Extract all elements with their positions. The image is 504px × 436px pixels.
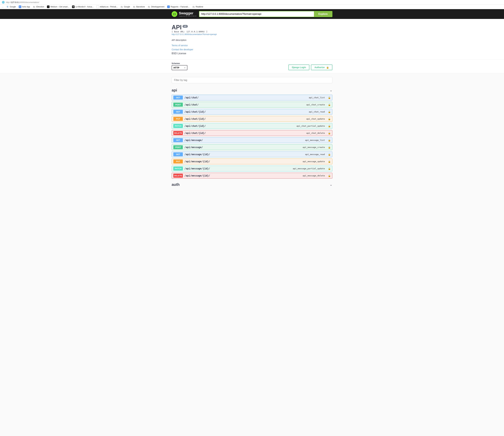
lock-icon: 🔓 xyxy=(328,175,331,177)
opblock-summary[interactable]: PUT/api/message/{id}/api_message_update🔓 xyxy=(172,159,332,164)
spec-link[interactable]: http://127.0.0.1:8000/documentation/?for… xyxy=(172,33,217,36)
opblock[interactable]: POST/api/message/api_message_create🔓 xyxy=(172,144,332,150)
filter-input[interactable] xyxy=(172,77,332,83)
opblock[interactable]: GET/api/chat/{id}/api_chat_read🔓 xyxy=(172,109,332,115)
opblock-summary[interactable]: PATCH/api/message/{id}/api_message_parti… xyxy=(172,166,332,171)
opblock[interactable]: PUT/api/chat/{id}/api_chat_update🔓 xyxy=(172,116,332,122)
opblock[interactable]: GET/api/message/{id}/api_message_read🔓 xyxy=(172,151,332,157)
op-description: api_message_read xyxy=(305,153,325,156)
opblock[interactable]: PATCH/api/chat/{id}/api_chat_partial_upd… xyxy=(172,123,332,129)
opblock[interactable]: DELETE/api/chat/{id}/api_chat_delete🔓 xyxy=(172,130,332,136)
opblock[interactable]: PATCH/api/message/{id}/api_message_parti… xyxy=(172,166,332,171)
opblock-summary[interactable]: PUT/api/chat/{id}/api_chat_update🔓 xyxy=(172,116,332,122)
lock-icon: 🔓 xyxy=(328,139,331,141)
bookmark-icon: 🗀 xyxy=(148,6,150,8)
bookmark-icon: ❖ xyxy=(19,6,21,8)
swagger-logo[interactable]: {·} Swagger Supported by SMARTBEAR xyxy=(172,11,197,17)
lock-icon: 🔓 xyxy=(328,103,331,106)
bookmark-label: Google xyxy=(10,6,16,8)
opblock-summary[interactable]: GET/api/chat/{id}/api_chat_read🔓 xyxy=(172,109,332,114)
bookmark-item[interactable]: 🗀iDevotion xyxy=(33,6,44,8)
bookmark-item[interactable]: ◔eldiario.es - Periodi... xyxy=(97,6,118,8)
authorize-button[interactable]: Authorize 🔒 xyxy=(311,65,332,70)
scheme-select[interactable]: HTTP xyxy=(172,65,187,70)
bookmarks-more[interactable]: ... xyxy=(2,6,3,8)
explore-button[interactable]: Explore xyxy=(314,11,332,17)
version-badge: v1 xyxy=(182,25,188,28)
op-path: /api/chat/{id}/ xyxy=(184,132,206,135)
opblock-summary[interactable]: DELETE/api/message/{id}/api_message_dele… xyxy=(172,173,332,178)
bookmark-label: Rapports – Facturati... xyxy=(171,6,189,8)
method-tag: POST xyxy=(173,103,183,107)
lock-icon: 🔓 xyxy=(328,111,331,113)
contact-link[interactable]: Contact the developer xyxy=(172,48,332,51)
bookmark-icon: ≡ xyxy=(167,6,170,8)
url-text[interactable]: http://127.0.0.1:8000/documentation/ xyxy=(6,1,39,3)
bookmark-label: Realtime xyxy=(196,6,203,8)
bookmark-item[interactable]: GGoogle xyxy=(6,6,16,8)
method-tag: PUT xyxy=(173,117,183,121)
swagger-topbar: {·} Swagger Supported by SMARTBEAR Explo… xyxy=(0,9,504,19)
spec-url-input[interactable] xyxy=(199,11,314,17)
bookmark-item[interactable]: ❖Ionic App xyxy=(19,6,30,8)
method-tag: PATCH xyxy=(173,167,183,170)
op-description: api_message_list xyxy=(305,139,325,141)
opblock-summary[interactable]: POST/api/message/api_message_create🔓 xyxy=(172,145,332,150)
method-tag: PUT xyxy=(173,159,183,163)
bookmark-icon: •• xyxy=(47,6,49,8)
bookmark-label: Ionic App xyxy=(22,6,30,8)
opblock[interactable]: GET/api/message/api_message_list🔓 xyxy=(172,137,332,143)
bookmark-item[interactable]: 🗀Développement xyxy=(148,6,164,8)
schemes-label: Schemes xyxy=(172,62,187,65)
op-description: api_message_partial_update xyxy=(293,167,325,170)
bookmark-label: iDevotion xyxy=(36,6,44,8)
method-tag: DELETE xyxy=(173,131,183,135)
tag-name: auth xyxy=(172,182,180,187)
bookmark-label: Google xyxy=(124,6,130,8)
bookmark-item[interactable]: 🗀Realtime xyxy=(192,6,203,8)
lock-icon: 🔓 xyxy=(328,132,331,134)
bookmark-label: eldiario.es - Periodi... xyxy=(100,6,118,8)
opblock[interactable]: GET/api/chat/api_chat_list🔓 xyxy=(172,95,332,101)
lock-icon: 🔓 xyxy=(328,125,331,127)
op-path: /api/chat/ xyxy=(184,96,198,99)
bookmark-label: Barcelone xyxy=(136,6,145,8)
tag-header-auth[interactable]: auth⌄ xyxy=(172,181,332,189)
opblock-summary[interactable]: GET/api/message/api_message_list🔓 xyxy=(172,137,332,143)
tag-name: api xyxy=(172,88,177,93)
api-description: API description xyxy=(172,39,332,41)
op-description: api_chat_delete xyxy=(306,132,325,134)
opblock-summary[interactable]: GET/api/chat/api_chat_list🔓 xyxy=(172,95,332,100)
tag-header-api[interactable]: api⌄ xyxy=(172,87,332,95)
django-login-button[interactable]: Django Login xyxy=(288,65,309,70)
swagger-brand-text: Swagger xyxy=(179,11,197,15)
op-path: /api/chat/{id}/ xyxy=(184,125,206,128)
opblock-summary[interactable]: GET/api/message/{id}/api_message_read🔓 xyxy=(172,152,332,157)
terms-link[interactable]: Terms of service xyxy=(172,44,332,47)
opblock[interactable]: POST/api/chat/api_chat_create🔓 xyxy=(172,102,332,108)
bookmark-icon: M xyxy=(72,6,74,8)
op-description: api_message_update xyxy=(303,160,325,163)
bookmark-item[interactable]: 🗀Google xyxy=(120,6,130,8)
opblock[interactable]: PUT/api/message/{id}/api_message_update🔓 xyxy=(172,158,332,164)
bookmark-item[interactable]: ••Medium – Get smart... xyxy=(47,6,69,8)
bookmark-item[interactable]: ≡Rapports – Facturati... xyxy=(167,6,189,8)
bookmark-icon: ◔ xyxy=(97,6,99,8)
lock-icon: 🔒 xyxy=(326,66,329,69)
api-title: API v1 xyxy=(172,24,332,31)
bookmark-icon: 🗀 xyxy=(33,6,35,8)
op-path: /api/message/ xyxy=(184,139,203,142)
scheme-section: Schemes HTTP Django Login Authorize 🔒 xyxy=(0,59,504,73)
license-text: BSD License xyxy=(172,52,332,55)
opblock[interactable]: DELETE/api/message/{id}/api_message_dele… xyxy=(172,173,332,179)
api-info-section: API v1 [ Base URL: 127.0.0.1:8000/ ] htt… xyxy=(0,19,504,59)
bookmark-item[interactable]: MLe Monde.fr - Actua... xyxy=(72,6,94,8)
main-content: api⌄GET/api/chat/api_chat_list🔓POST/api/… xyxy=(169,77,335,189)
opblock-summary[interactable]: POST/api/chat/api_chat_create🔓 xyxy=(172,102,332,107)
op-path: /api/message/{id}/ xyxy=(184,167,210,170)
bookmark-item[interactable]: 🗀Barcelone xyxy=(133,6,145,8)
op-description: api_chat_read xyxy=(309,111,325,113)
opblock-summary[interactable]: PATCH/api/chat/{id}/api_chat_partial_upd… xyxy=(172,123,332,129)
op-description: api_message_delete xyxy=(303,175,325,177)
opblock-summary[interactable]: DELETE/api/chat/{id}/api_chat_delete🔓 xyxy=(172,130,332,136)
